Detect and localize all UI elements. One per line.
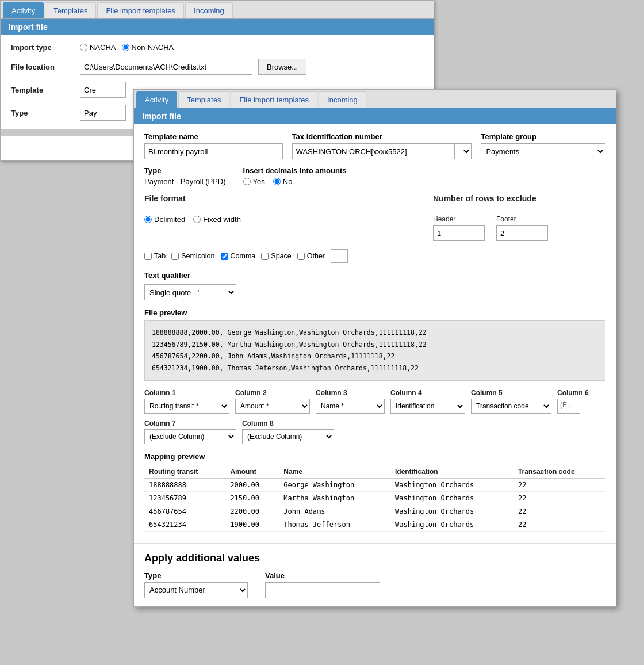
front-tabs-bar: Activity Templates File import templates… <box>134 90 616 108</box>
table-row: 654321234 1900.00 Thomas Jefferson Washi… <box>144 518 605 531</box>
insert-decimals-options: Yes No <box>243 177 347 186</box>
template-input-back[interactable] <box>80 82 126 98</box>
back-tab-incoming[interactable]: Incoming <box>185 2 233 18</box>
text-qualifier-section: Text qualifier Single quote - ' Double q… <box>144 271 605 300</box>
front-tab-activity[interactable]: Activity <box>136 91 177 108</box>
row2-name: Martha Washington <box>279 491 390 505</box>
col1-select-wrap: Routing transit * Amount * Name * Identi… <box>144 399 229 414</box>
text-qualifier-label: Text qualifier <box>144 271 605 280</box>
other-checkbox[interactable] <box>297 253 305 260</box>
col7-label: Column 7 <box>144 419 236 427</box>
col4-label: Column 4 <box>390 389 465 397</box>
delimited-radio[interactable] <box>144 216 152 223</box>
semicolon-checkbox-item[interactable]: Semicolon <box>171 252 214 260</box>
template-label-back: Template <box>11 86 80 94</box>
table-row: 188888888 2000.00 George Washington Wash… <box>144 478 605 491</box>
fixed-width-option[interactable]: Fixed width <box>193 215 241 224</box>
col8-label: Column 8 <box>242 419 334 427</box>
footer-label: Footer <box>496 215 548 223</box>
browse-button[interactable]: Browse... <box>258 59 306 75</box>
template-name-group: Template name <box>144 132 283 159</box>
back-tab-templates[interactable]: Templates <box>45 2 96 18</box>
back-tab-file-import[interactable]: File import templates <box>97 2 184 18</box>
file-preview-section: File preview 188888888,2000.00, George W… <box>144 308 605 381</box>
additional-value-input[interactable] <box>265 582 380 598</box>
space-checkbox-item[interactable]: Space <box>261 252 291 260</box>
text-qualifier-select[interactable]: Single quote - ' Double quote - " None <box>144 284 236 300</box>
comma-checkbox[interactable] <box>221 253 228 260</box>
additional-type-select[interactable]: Account Number Routing transit Name <box>144 582 248 598</box>
tab-label: Tab <box>154 252 166 260</box>
tax-id-dropdown[interactable]: ▼ <box>454 143 471 159</box>
column-6: Column 6 (E... <box>557 389 589 414</box>
col2-select[interactable]: Amount * <box>235 399 310 414</box>
col5-label: Column 5 <box>471 389 551 397</box>
columns-row-1: Column 1 Routing transit * Amount * Name… <box>144 389 605 414</box>
template-name-label: Template name <box>144 132 283 141</box>
tax-id-input[interactable] <box>292 143 455 159</box>
non-nacha-option[interactable]: Non-NACHA <box>122 43 174 52</box>
mapping-header-row: Routing transit Amount Name Identificati… <box>144 465 605 479</box>
col-txn-header: Transaction code <box>513 465 605 479</box>
column-7: Column 7 (Exclude Column) <box>144 419 236 444</box>
tab-checkbox[interactable] <box>144 253 152 260</box>
nacha-option[interactable]: NACHA <box>80 43 116 52</box>
col-name-header: Name <box>279 465 390 479</box>
file-preview-label: File preview <box>144 308 605 317</box>
template-name-input[interactable] <box>144 143 283 159</box>
file-format-left: File format Delimited Fixed width <box>144 194 416 241</box>
row1-txn: 22 <box>513 478 605 491</box>
yes-radio[interactable] <box>243 178 251 185</box>
col2-label: Column 2 <box>235 389 310 397</box>
row4-txn: 22 <box>513 518 605 531</box>
back-tab-activity[interactable]: Activity <box>3 2 44 18</box>
fixed-width-radio[interactable] <box>193 216 201 223</box>
non-nacha-radio[interactable] <box>122 44 129 51</box>
column-3: Column 3 Name * <box>316 389 385 414</box>
col8-select[interactable]: (Exclude Column) <box>242 429 334 444</box>
row2-txn: 22 <box>513 491 605 505</box>
col-id-header: Identification <box>390 465 513 479</box>
front-tab-file-import[interactable]: File import templates <box>231 91 317 108</box>
other-text-input[interactable] <box>331 249 348 263</box>
file-location-input[interactable] <box>80 59 252 75</box>
col7-select[interactable]: (Exclude Column) <box>144 429 236 444</box>
row2-amount: 2150.00 <box>225 491 279 505</box>
col6-truncated: (E... <box>557 399 580 414</box>
template-group-select[interactable]: Payments <box>481 143 605 159</box>
type-input-back[interactable] <box>80 105 126 121</box>
col5-select[interactable]: Transaction code <box>471 399 551 414</box>
table-row: 456787654 2200.00 John Adams Washington … <box>144 505 605 518</box>
other-checkbox-item[interactable]: Other <box>297 252 325 260</box>
delimited-label: Delimited <box>154 215 185 224</box>
import-type-label: Import type <box>11 43 80 52</box>
col1-select[interactable]: Routing transit * Amount * Name * Identi… <box>144 399 229 414</box>
space-checkbox[interactable] <box>261 253 269 260</box>
semicolon-checkbox[interactable] <box>171 253 179 260</box>
front-tab-incoming[interactable]: Incoming <box>319 91 366 108</box>
no-option[interactable]: No <box>273 177 293 186</box>
space-label: Space <box>271 252 291 260</box>
front-tab-templates[interactable]: Templates <box>178 91 229 108</box>
col3-select[interactable]: Name * <box>316 399 385 414</box>
nacha-radio[interactable] <box>80 44 87 51</box>
insert-decimals-label: Insert decimals into amounts <box>243 166 347 175</box>
exclude-inputs: Header Footer <box>433 215 605 241</box>
header-input[interactable] <box>433 225 485 241</box>
tab-checkbox-item[interactable]: Tab <box>144 252 166 260</box>
no-radio[interactable] <box>273 178 281 185</box>
comma-checkbox-item[interactable]: Comma <box>221 252 256 260</box>
table-row: 123456789 2150.00 Martha Washington Wash… <box>144 491 605 505</box>
footer-input[interactable] <box>496 225 548 241</box>
column-2: Column 2 Amount * <box>235 389 310 414</box>
rows-exclude-section: Number of rows to exclude Header Footer <box>433 194 605 241</box>
front-form-body: Template name Tax identification number … <box>134 124 616 540</box>
row3-amount: 2200.00 <box>225 505 279 518</box>
delimited-option[interactable]: Delimited <box>144 215 185 224</box>
row1-routing: 188888888 <box>144 478 225 491</box>
yes-option[interactable]: Yes <box>243 177 265 186</box>
col4-select[interactable]: Identification <box>390 399 465 414</box>
row4-id: Washington Orchards <box>390 518 513 531</box>
additional-value-label: Value <box>265 571 380 580</box>
row4-routing: 654321234 <box>144 518 225 531</box>
